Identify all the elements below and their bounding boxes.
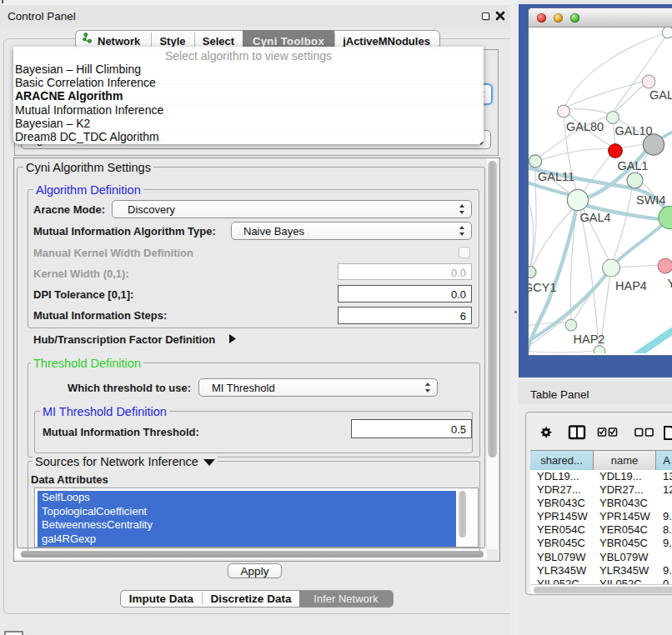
svg-text:GAL1: GAL1 xyxy=(618,159,649,172)
svg-text:HAP2: HAP2 xyxy=(574,332,605,346)
svg-text:HAP4: HAP4 xyxy=(615,279,647,292)
svg-text:GAL4: GAL4 xyxy=(580,211,611,224)
svg-text:GAL10: GAL10 xyxy=(615,124,653,138)
svg-text:GAL2: GAL2 xyxy=(649,88,672,102)
svg-text:SWI4: SWI4 xyxy=(636,193,665,207)
svg-text:GAL11: GAL11 xyxy=(538,170,574,183)
svg-text:GAL80: GAL80 xyxy=(566,120,604,133)
svg-text:Y: Y xyxy=(668,277,672,290)
svg-text:GCY1: GCY1 xyxy=(529,281,557,294)
